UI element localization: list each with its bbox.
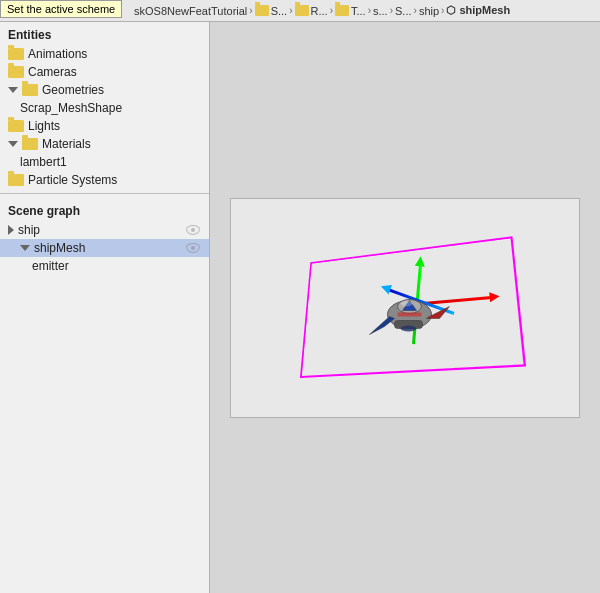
breadcrumb-label: R...	[311, 5, 328, 17]
eye-icon	[186, 225, 200, 235]
tree-item-label: emitter	[32, 259, 69, 273]
folder-icon	[295, 5, 309, 16]
expand-icon	[8, 141, 18, 147]
tree-item-left: ship	[8, 223, 40, 237]
scene-graph-header: Scene graph	[0, 198, 209, 221]
tree-item-cameras[interactable]: Cameras	[0, 63, 209, 81]
top-bar: Set the active scheme skOS8NewFeatTutori…	[0, 0, 600, 22]
tree-item-label: lambert1	[20, 155, 67, 169]
tree-item-materials[interactable]: Materials	[0, 135, 209, 153]
tree-item-emitter[interactable]: emitter	[0, 257, 209, 275]
tree-item-particle-systems[interactable]: Particle Systems	[0, 171, 209, 189]
eye-icon	[186, 243, 200, 253]
tree-item-label: Geometries	[42, 83, 104, 97]
expand-icon	[8, 225, 14, 235]
tree-item-shipmesh[interactable]: shipMesh	[0, 239, 209, 257]
visibility-icon[interactable]	[185, 241, 201, 255]
scene-graph-label: Scene graph	[8, 204, 80, 218]
svg-rect-7	[398, 312, 422, 316]
folder-icon	[255, 5, 269, 16]
tree-item-ship[interactable]: ship	[0, 221, 209, 239]
tree-item-lights[interactable]: Lights	[0, 117, 209, 135]
breadcrumb-label: skOS8NewFeatTutorial	[134, 5, 247, 17]
breadcrumb-label: ⬡ shipMesh	[446, 4, 510, 17]
folder-icon	[8, 66, 24, 78]
left-panel: Entities Animations Cameras Geometries S…	[0, 22, 210, 593]
breadcrumb-sep: ›	[390, 5, 393, 16]
breadcrumb: skOS8NewFeatTutorial › S... › R... › T..…	[134, 4, 510, 17]
folder-icon	[8, 120, 24, 132]
breadcrumb-label: S...	[271, 5, 288, 17]
tree-item-label: ship	[18, 223, 40, 237]
ship-model	[365, 276, 455, 346]
tree-item-row: shipMesh	[20, 241, 201, 255]
tooltip: Set the active scheme	[0, 0, 122, 18]
tree-item-row: ship	[8, 223, 201, 237]
svg-marker-2	[370, 316, 395, 334]
tree-item-scrap-meshshape[interactable]: Scrap_MeshShape	[0, 99, 209, 117]
tree-item-label: Lights	[28, 119, 60, 133]
breadcrumb-sep: ›	[441, 5, 444, 16]
expand-icon	[8, 87, 18, 93]
expand-icon	[20, 245, 30, 251]
breadcrumb-label: s...	[373, 5, 388, 17]
breadcrumb-sep: ›	[289, 5, 292, 16]
right-panel	[210, 22, 600, 593]
tree-item-lambert1[interactable]: lambert1	[0, 153, 209, 171]
tree-item-label: Cameras	[28, 65, 77, 79]
breadcrumb-item: skOS8NewFeatTutorial	[134, 5, 247, 17]
folder-icon	[8, 48, 24, 60]
tree-item-left: shipMesh	[20, 241, 85, 255]
scene-container	[231, 199, 579, 417]
visibility-icon[interactable]	[185, 223, 201, 237]
folder-icon	[22, 138, 38, 150]
tree-item-animations[interactable]: Animations	[0, 45, 209, 63]
svg-point-6	[401, 300, 413, 306]
svg-point-8	[401, 325, 417, 331]
tree-item-label: Materials	[42, 137, 91, 151]
breadcrumb-label: S...	[395, 5, 412, 17]
breadcrumb-sep: ›	[414, 5, 417, 16]
folder-icon	[8, 174, 24, 186]
breadcrumb-label: ship	[419, 5, 439, 17]
tree-item-geometries[interactable]: Geometries	[0, 81, 209, 99]
folder-icon	[22, 84, 38, 96]
breadcrumb-sep: ›	[249, 5, 252, 16]
tree-item-label: shipMesh	[34, 241, 85, 255]
tree-item-label: Animations	[28, 47, 87, 61]
folder-icon	[335, 5, 349, 16]
viewport[interactable]	[230, 198, 580, 418]
breadcrumb-label: T...	[351, 5, 366, 17]
tree-item-label: Particle Systems	[28, 173, 117, 187]
entities-header: Entities	[0, 22, 209, 45]
main-layout: Entities Animations Cameras Geometries S…	[0, 22, 600, 593]
tree-item-label: Scrap_MeshShape	[20, 101, 122, 115]
divider	[0, 193, 209, 194]
breadcrumb-sep: ›	[368, 5, 371, 16]
breadcrumb-sep: ›	[330, 5, 333, 16]
